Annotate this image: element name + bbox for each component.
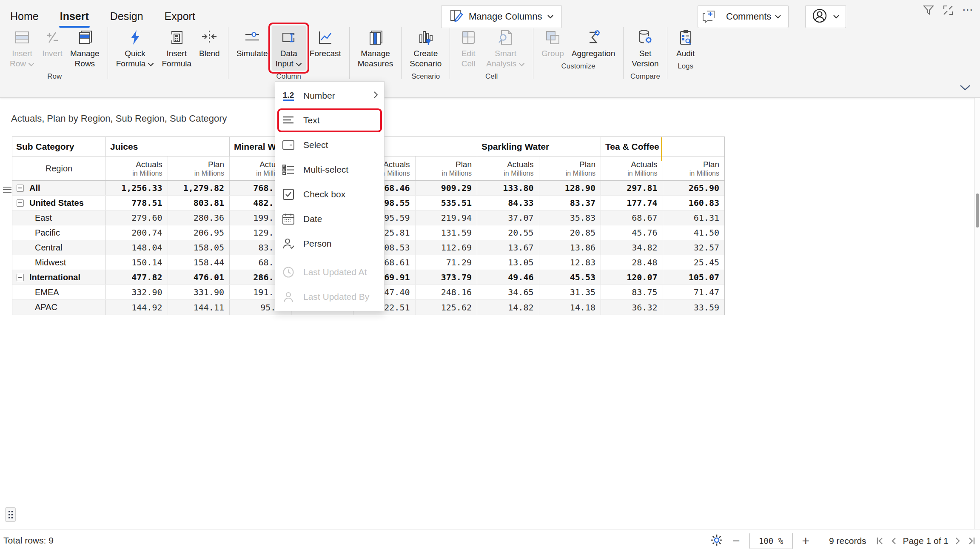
expand-icon[interactable] <box>943 5 954 16</box>
cell[interactable]: 33.59 <box>663 300 725 315</box>
set-version-button[interactable]: SetVersion <box>628 26 662 71</box>
cell[interactable]: 331.90 <box>168 285 230 299</box>
zoom-in-button[interactable]: + <box>802 535 810 547</box>
account-menu-button[interactable] <box>805 5 846 28</box>
menu-item-number[interactable]: 1.2Number <box>275 83 384 108</box>
cell[interactable]: 200.74 <box>105 225 168 240</box>
measure-header[interactable]: Planin Millions <box>415 156 477 180</box>
zoom-level-field[interactable]: 100 % <box>749 533 793 549</box>
settings-gear-icon[interactable] <box>710 534 723 548</box>
menu-item-check-box[interactable]: Check box <box>275 182 384 207</box>
cell[interactable]: 265.90 <box>663 181 725 195</box>
collapse-icon[interactable] <box>17 274 24 281</box>
cell[interactable]: 83.75 <box>601 285 663 299</box>
menu-item-multi-select[interactable]: Multi-select <box>275 157 384 182</box>
audit-button[interactable]: Audit <box>672 26 700 60</box>
simulate-button[interactable]: Simulate <box>233 26 272 60</box>
insert-formula-button[interactable]: InsertFormula <box>158 26 195 71</box>
collapse-icon[interactable] <box>17 185 24 192</box>
cell[interactable]: 68.67 <box>601 211 663 225</box>
cell[interactable]: 219.94 <box>415 211 477 225</box>
tab-export[interactable]: Export <box>164 8 196 27</box>
scrollbar-thumb[interactable] <box>976 193 979 228</box>
row-label[interactable]: APAC <box>12 300 105 315</box>
measure-header[interactable]: Actualsin Millions <box>105 156 168 180</box>
cell[interactable]: 20.55 <box>477 225 539 240</box>
cell[interactable]: 28.48 <box>601 255 663 270</box>
tab-home[interactable]: Home <box>9 8 40 27</box>
filter-icon[interactable] <box>923 5 934 16</box>
manage-rows-button[interactable]: ManageRows <box>66 26 103 71</box>
zoom-out-button[interactable]: − <box>732 535 740 547</box>
row-label[interactable]: All <box>12 181 105 195</box>
cell[interactable]: 535.51 <box>415 196 477 210</box>
cell[interactable]: 279.60 <box>105 211 168 225</box>
column-group-header[interactable]: Tea & Coffee <box>601 137 724 156</box>
first-page-button[interactable] <box>876 537 884 545</box>
data-input-button[interactable]: DataInput <box>272 26 306 71</box>
menu-item-text[interactable]: Text <box>275 108 384 133</box>
row-drag-handle-icon[interactable] <box>3 186 12 196</box>
row-label[interactable]: Central <box>12 240 105 255</box>
row-label[interactable]: International <box>12 270 105 285</box>
measure-header[interactable]: Planin Millions <box>539 156 601 180</box>
cell[interactable]: 32.57 <box>663 240 725 255</box>
column-group-header[interactable]: Juices <box>105 137 229 156</box>
cell[interactable]: 20.85 <box>539 225 601 240</box>
cell[interactable]: 13.05 <box>477 255 539 270</box>
cell[interactable]: 477.82 <box>105 270 168 285</box>
cell[interactable]: 12.83 <box>539 255 601 270</box>
manage-columns-button[interactable]: Manage Columns <box>441 5 562 28</box>
blend-button[interactable]: Blend <box>195 26 224 60</box>
row-label[interactable]: Pacific <box>12 225 105 240</box>
collapse-icon[interactable] <box>17 199 24 207</box>
cell[interactable]: 31.35 <box>539 285 601 299</box>
cell[interactable]: 61.31 <box>663 211 725 225</box>
cell[interactable]: 373.79 <box>415 270 477 285</box>
last-page-button[interactable] <box>967 537 976 545</box>
cell[interactable]: 71.47 <box>663 285 725 299</box>
aggregation-button[interactable]: Aggregation <box>568 26 619 60</box>
cell[interactable]: 125.62 <box>415 300 477 315</box>
comments-label-segment[interactable]: Comments <box>719 11 788 22</box>
cell[interactable]: 14.82 <box>477 300 539 315</box>
cell[interactable]: 45.76 <box>601 225 663 240</box>
row-label[interactable]: Midwest <box>12 255 105 270</box>
cell[interactable]: 41.50 <box>663 225 725 240</box>
cell[interactable]: 1,279.82 <box>168 181 230 195</box>
measure-header[interactable]: Actualsin Millions <box>477 156 539 180</box>
cell[interactable]: 34.82 <box>601 240 663 255</box>
cell[interactable]: 280.36 <box>168 211 230 225</box>
cell[interactable]: 131.59 <box>415 225 477 240</box>
cell[interactable]: 778.51 <box>105 196 168 210</box>
comments-button[interactable]: Comments <box>698 5 789 28</box>
cell[interactable]: 148.04 <box>105 240 168 255</box>
row-dimension-header[interactable]: Region <box>12 156 105 180</box>
menu-item-person[interactable]: Person <box>275 231 384 256</box>
cell[interactable]: 158.44 <box>168 255 230 270</box>
cell[interactable]: 297.81 <box>601 181 663 195</box>
cell[interactable]: 49.46 <box>477 270 539 285</box>
tab-insert[interactable]: Insert <box>59 8 90 27</box>
cell[interactable]: 14.18 <box>539 300 601 315</box>
measure-header[interactable]: Planin Millions <box>168 156 230 180</box>
tab-design[interactable]: Design <box>109 8 144 27</box>
cell[interactable]: 25.45 <box>663 255 725 270</box>
cell[interactable]: 71.29 <box>415 255 477 270</box>
cell[interactable]: 803.81 <box>168 196 230 210</box>
cell[interactable]: 160.83 <box>663 196 725 210</box>
cell[interactable]: 332.90 <box>105 285 168 299</box>
cell[interactable]: 112.69 <box>415 240 477 255</box>
cell[interactable]: 45.53 <box>539 270 601 285</box>
sheet-drag-handle[interactable] <box>5 507 16 522</box>
cell[interactable]: 84.33 <box>477 196 539 210</box>
measure-header[interactable]: Actualsin Millions <box>601 156 663 180</box>
cell[interactable]: 36.32 <box>601 300 663 315</box>
vertical-scrollbar[interactable] <box>974 98 980 529</box>
cell[interactable]: 34.65 <box>477 285 539 299</box>
column-resize-caret[interactable] <box>661 137 662 161</box>
cell[interactable]: 248.16 <box>415 285 477 299</box>
row-label[interactable]: EMEA <box>12 285 105 299</box>
cell[interactable]: 144.11 <box>168 300 230 315</box>
cell[interactable]: 133.80 <box>477 181 539 195</box>
